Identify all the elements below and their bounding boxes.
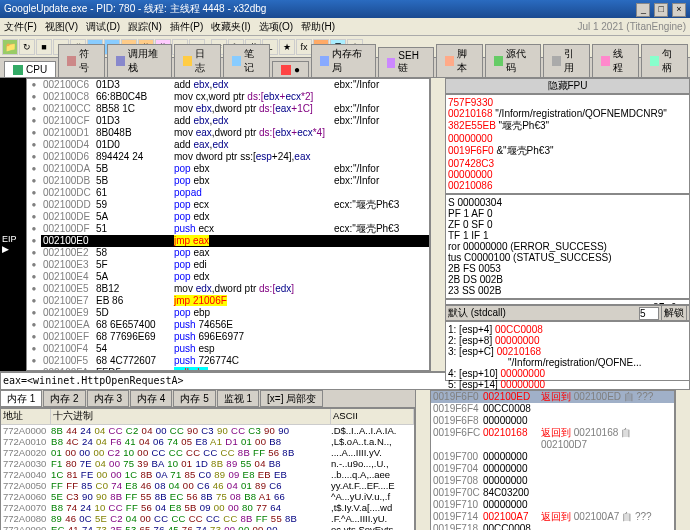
stack-row[interactable]: 0019F70800000000 — [431, 475, 674, 487]
dump-col-ascii[interactable]: ASCII — [331, 409, 414, 424]
fpu-toggle[interactable]: 隐藏FPU — [445, 78, 690, 94]
stack-row[interactable]: 0019F6F0002100ED返回到 002100ED 自 ??? — [431, 391, 674, 403]
minimize-button[interactable]: _ — [636, 3, 650, 17]
disasm-row[interactable]: ●002100C601D3add ebx,edxebx:"/Infor — [27, 79, 429, 91]
disasm-row[interactable]: ●002100DE5Apop edx — [27, 211, 429, 223]
stack-row[interactable]: 0019F71000000000 — [431, 499, 674, 511]
dump-tab[interactable]: 内存 1 — [0, 390, 42, 407]
dump-row[interactable]: 772A008089 46 0C 5E C2 04 00 CC CC CC CC… — [1, 513, 414, 524]
dump-row[interactable]: 772A002001 00 00 00 C2 10 00 CC CC CC CC… — [1, 447, 414, 458]
disasm-row[interactable]: ●002100EF68 77696E69push 696E6977 — [27, 331, 429, 343]
dump-row[interactable]: 772A00008B 44 24 04 CC C2 04 00 CC 90 C3… — [1, 425, 414, 436]
disasm-row[interactable]: ●002100C866:8B0C4Bmov cx,word ptr ds:[eb… — [27, 91, 429, 103]
dump-col-hex[interactable]: 十六进制 — [51, 409, 331, 424]
disasm-row[interactable]: ●002100E7EB 86jmp 21006F — [27, 295, 429, 307]
stack-row[interactable]: 0019F70C84C03200 — [431, 487, 674, 499]
disasm-row[interactable]: ●002100DC61popad — [27, 187, 429, 199]
dump-row[interactable]: 772A0090EC 41 74 73 2E 53 65 76 45 76 74… — [1, 524, 414, 530]
disasm-row[interactable]: ●002100E95Dpop ebp — [27, 307, 429, 319]
tab-th[interactable]: 线程 — [592, 44, 639, 77]
close-button[interactable]: × — [672, 3, 686, 17]
tab-mem[interactable]: 内存布局 — [311, 44, 376, 77]
menu-view[interactable]: 视图(V) — [45, 18, 78, 35]
dump-tab[interactable]: 内存 2 — [43, 390, 85, 407]
tab-hnd[interactable]: 句柄 — [641, 44, 688, 77]
stop-icon[interactable]: ■ — [36, 39, 52, 55]
disasm-row[interactable]: ●002100DB5Bpop ebxebx:"/Infor — [27, 175, 429, 187]
disasm-row[interactable]: ●002100DF51push ecxecx:"堰壳Ph€3 — [27, 223, 429, 235]
dump-row[interactable]: 772A00605E C3 90 90 8B FF 55 8B EC 56 8B… — [1, 491, 414, 502]
disasm-row[interactable]: ●002100D6894424 24mov dword ptr ss:[esp+… — [27, 151, 429, 163]
title-text: GoogleUpdate.exe - PID: 780 - 线程: 主线程 44… — [4, 0, 266, 18]
stack-row[interactable]: 0019F70000000000 — [431, 451, 674, 463]
unlock-button[interactable]: 解锁 — [661, 305, 687, 321]
dump-row[interactable]: 772A0010B8 4C 24 04 F6 41 04 06 74 05 E8… — [1, 436, 414, 447]
dump-tab[interactable]: 内存 4 — [130, 390, 172, 407]
tab-cpu[interactable]: CPU — [4, 61, 56, 77]
dump-tab[interactable]: [x=] 局部变 — [260, 390, 323, 407]
menu-file[interactable]: 文件(F) — [4, 18, 37, 35]
menu-help[interactable]: 帮助(H) — [301, 18, 335, 35]
dump-row[interactable]: 772A00401C 81 FE 00 00 1C 8B 0A 71 85 C0… — [1, 469, 414, 480]
arg-count-input[interactable] — [639, 307, 659, 320]
stack-row[interactable]: 0019F6FC00210168返回到 00210168 自 002100D7 — [431, 427, 674, 451]
dump-tab[interactable]: 内存 5 — [173, 390, 215, 407]
register-info[interactable]: 757F9330 00210168 "/Inform/registration/… — [445, 94, 690, 194]
dump-tab[interactable]: 内存 3 — [87, 390, 129, 407]
find-icon[interactable]: fx — [296, 39, 312, 55]
stack-row[interactable]: 0019F6F800000000 — [431, 415, 674, 427]
menu-plugins[interactable]: 插件(P) — [170, 18, 203, 35]
menu-options[interactable]: 选项(O) — [259, 18, 293, 35]
tab-src[interactable]: 源代码 — [485, 44, 541, 77]
disassembly-view[interactable]: ●002100C601D3add ebx,edxebx:"/Infor●0021… — [26, 78, 430, 371]
dump-col-addr[interactable]: 地址 — [1, 409, 51, 424]
stack-row[interactable]: 0019F70400000000 — [431, 463, 674, 475]
disasm-row[interactable]: ●002100E45Apop edx — [27, 271, 429, 283]
dump-scrollbar[interactable] — [415, 390, 430, 530]
stack-view[interactable]: 0019F6F0002100ED返回到 002100ED 自 ???0019F6… — [430, 390, 675, 530]
memory-dump[interactable]: 地址 十六进制 ASCII 772A00008B 44 24 04 CC C2 … — [0, 408, 415, 530]
tab-note[interactable]: 笔记 — [223, 44, 270, 77]
disasm-row[interactable]: ●002100CF01D3add ebx,edxebx:"/Infor — [27, 115, 429, 127]
menu-fav[interactable]: 收藏夹(I) — [211, 18, 250, 35]
disasm-row[interactable]: ●002100D18B048Bmov eax,dword ptr ds:[ebx… — [27, 127, 429, 139]
disasm-row[interactable]: ●002100F454push esp — [27, 343, 429, 355]
tab-log[interactable]: 日志 — [174, 44, 221, 77]
open-icon[interactable]: 📁 — [2, 39, 18, 55]
disasm-row[interactable]: ●002100D401D0add eax,edx — [27, 139, 429, 151]
stack-row[interactable]: 0019F71800CC0008 — [431, 523, 674, 530]
disasm-row[interactable]: ●002100DD59pop ecxecx:"堰壳Ph€3 — [27, 199, 429, 211]
tab-thr[interactable]: 调用堆栈 — [107, 44, 172, 77]
menu-trace[interactable]: 跟踪(N) — [128, 18, 162, 35]
dump-tab[interactable]: 监视 1 — [217, 390, 259, 407]
tab-bp[interactable]: ● — [272, 61, 309, 77]
flags-info[interactable]: S 00000304PF 1 AF 0ZF 0 SF 0TF 1 IF 1ror… — [445, 194, 690, 299]
restart-icon[interactable]: ↻ — [19, 39, 35, 55]
tab-ref[interactable]: 引用 — [543, 44, 590, 77]
bookmark-icon[interactable]: ★ — [279, 39, 295, 55]
dump-row[interactable]: 772A0070B8 74 24 10 CC FF 56 04 E8 5B 09… — [1, 502, 414, 513]
tab-seh[interactable]: SEH链 — [378, 47, 434, 77]
disasm-row[interactable]: ●002100F568 4C772607push 726774C — [27, 355, 429, 367]
tab-sym[interactable]: 符号 — [58, 44, 105, 77]
tab-scr[interactable]: 脚本 — [436, 44, 483, 77]
disasm-row[interactable]: ●002100E35Fpop edi — [27, 259, 429, 271]
disasm-row[interactable]: ●002100E0^ FFE0jmp eax — [27, 235, 429, 247]
call-conv-label[interactable]: 默认 (stdcall) — [448, 306, 506, 320]
menubar: 文件(F) 视图(V) 调试(D) 跟踪(N) 插件(P) 收藏夹(I) 选项(… — [0, 18, 690, 36]
disasm-row[interactable]: ●002100CC8B58 1Cmov ebx,dword ptr ds:[ea… — [27, 103, 429, 115]
stack-row[interactable]: 0019F714002100A7返回到 002100A7 自 ??? — [431, 511, 674, 523]
args-view[interactable]: 1: [esp+4] 00CC00082: [esp+8] 000000003:… — [445, 321, 690, 381]
dump-row[interactable]: 772A0050FF FF 85 C0 74 E8 46 08 04 00 C6… — [1, 480, 414, 491]
disasm-row[interactable]: ●002100FAFFD5call ebp — [27, 367, 429, 371]
menu-debug[interactable]: 调试(D) — [86, 18, 120, 35]
disasm-row[interactable]: ●002100E258pop eax — [27, 247, 429, 259]
disasm-row[interactable]: ●002100EA68 6E657400push 74656E — [27, 319, 429, 331]
disasm-row[interactable]: ●002100E58B12mov edx,dword ptr ds:[edx] — [27, 283, 429, 295]
disasm-row[interactable]: ●002100DA5Bpop ebxebx:"/Infor — [27, 163, 429, 175]
maximize-button[interactable]: □ — [654, 3, 668, 17]
dump-row[interactable]: 772A0030F1 80 7E 04 00 75 39 BA 10 01 1D… — [1, 458, 414, 469]
stack-row[interactable]: 0019F6F400CC0008 — [431, 403, 674, 415]
disasm-scrollbar[interactable] — [430, 78, 445, 371]
stack-scrollbar[interactable] — [675, 390, 690, 530]
